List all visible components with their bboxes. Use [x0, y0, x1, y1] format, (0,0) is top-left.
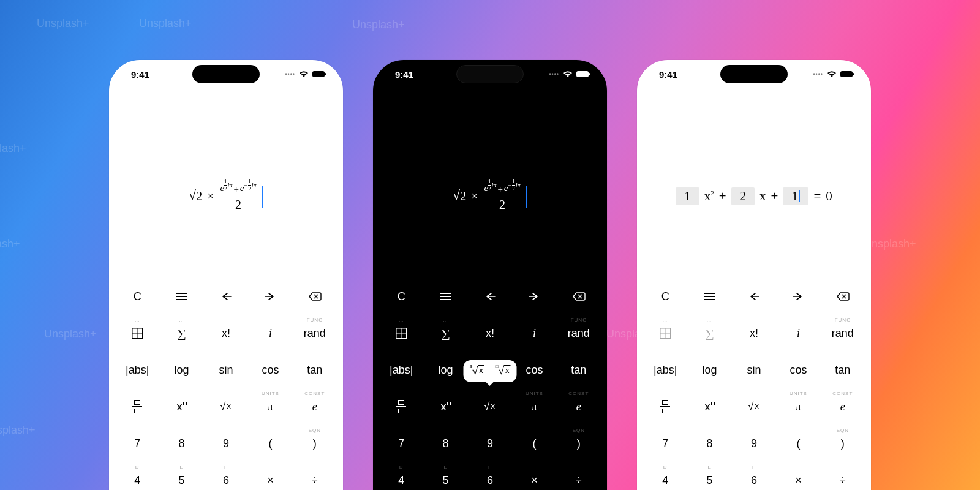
equation-display[interactable]: 1 x2 + 2 x + 1 = 0: [637, 88, 871, 266]
key-log[interactable]: …log: [687, 352, 731, 388]
key-log[interactable]: …log: [423, 352, 467, 388]
key-divide[interactable]: ÷: [821, 462, 865, 490]
key-rand[interactable]: FUNCrand: [821, 315, 865, 352]
popup-cuberoot[interactable]: 3√x: [469, 365, 484, 377]
key-clear[interactable]: C: [115, 278, 159, 315]
key-pi[interactable]: UNITSπ: [248, 388, 292, 425]
key-5[interactable]: E5: [423, 462, 467, 490]
key-pi[interactable]: UNITSπ: [512, 388, 556, 425]
keypad: C … …∑ x! i FUNCrand …|abs| …log …sin …c…: [373, 278, 607, 490]
key-rand[interactable]: FUNCrand: [293, 315, 337, 352]
key-4[interactable]: D4: [115, 462, 159, 490]
key-backspace[interactable]: [557, 278, 601, 315]
key-divide[interactable]: ÷: [293, 462, 337, 490]
key-6[interactable]: F6: [204, 462, 248, 490]
key-clear[interactable]: C: [643, 278, 687, 315]
key-matrix[interactable]: …: [115, 315, 159, 352]
key-backspace[interactable]: [821, 278, 865, 315]
key-4[interactable]: D4: [379, 462, 423, 490]
key-factorial[interactable]: x!: [204, 315, 248, 352]
key-i[interactable]: i: [776, 315, 820, 352]
key-left[interactable]: [468, 278, 512, 315]
key-8[interactable]: 8: [423, 425, 467, 462]
key-sqrt[interactable]: –√x: [204, 388, 248, 425]
key-8[interactable]: 8: [687, 425, 731, 462]
key-multiply[interactable]: ×: [776, 462, 820, 490]
coef-b-input[interactable]: 2: [731, 187, 755, 205]
key-i[interactable]: i: [248, 315, 292, 352]
expression-display[interactable]: √2 × e 12 iπ + e: [109, 88, 343, 266]
status-bar: 9:41 ••••: [637, 60, 871, 88]
key-lparen[interactable]: (: [512, 425, 556, 462]
key-lparen[interactable]: (: [248, 425, 292, 462]
key-lparen[interactable]: (: [776, 425, 820, 462]
key-log[interactable]: …log: [159, 352, 203, 388]
popup-nthroot[interactable]: □√x: [496, 365, 511, 377]
key-menu[interactable]: [423, 278, 467, 315]
key-7[interactable]: 7: [643, 425, 687, 462]
key-e[interactable]: CONSTe: [293, 388, 337, 425]
key-multiply[interactable]: ×: [248, 462, 292, 490]
key-cos[interactable]: …cos: [512, 352, 556, 388]
key-sigma[interactable]: …∑: [423, 315, 467, 352]
key-sqrt[interactable]: 3√x □√x √x: [468, 388, 512, 425]
expression-display[interactable]: √2 × e 12 iπ + e: [373, 88, 607, 266]
key-7[interactable]: 7: [115, 425, 159, 462]
key-abs[interactable]: …|abs|: [379, 352, 423, 388]
key-rparen[interactable]: EQN): [557, 425, 601, 462]
key-rparen[interactable]: EQN): [821, 425, 865, 462]
key-5[interactable]: E5: [687, 462, 731, 490]
key-9[interactable]: 9: [732, 425, 776, 462]
key-8[interactable]: 8: [159, 425, 203, 462]
key-fraction[interactable]: –: [115, 388, 159, 425]
sqrt-longpress-popup[interactable]: 3√x □√x: [463, 360, 516, 382]
key-9[interactable]: 9: [204, 425, 248, 462]
key-sin[interactable]: …sin: [732, 352, 776, 388]
key-5[interactable]: E5: [159, 462, 203, 490]
key-sigma[interactable]: …∑: [159, 315, 203, 352]
key-sqrt[interactable]: –√x: [732, 388, 776, 425]
key-matrix[interactable]: …: [379, 315, 423, 352]
key-menu[interactable]: [159, 278, 203, 315]
key-9[interactable]: 9: [468, 425, 512, 462]
key-left[interactable]: [732, 278, 776, 315]
key-rand[interactable]: FUNCrand: [557, 315, 601, 352]
key-right[interactable]: [512, 278, 556, 315]
key-6[interactable]: F6: [732, 462, 776, 490]
key-e[interactable]: CONSTe: [821, 388, 865, 425]
key-right[interactable]: [248, 278, 292, 315]
key-divide[interactable]: ÷: [557, 462, 601, 490]
key-power[interactable]: –x: [687, 388, 731, 425]
key-tan[interactable]: …tan: [821, 352, 865, 388]
key-backspace[interactable]: [293, 278, 337, 315]
key-i[interactable]: i: [512, 315, 556, 352]
key-pi[interactable]: UNITSπ: [776, 388, 820, 425]
key-7[interactable]: 7: [379, 425, 423, 462]
key-sin[interactable]: …sin: [204, 352, 248, 388]
key-abs[interactable]: …|abs|: [115, 352, 159, 388]
key-e[interactable]: CONSTe: [557, 388, 601, 425]
key-multiply[interactable]: ×: [512, 462, 556, 490]
key-tan[interactable]: …tan: [293, 352, 337, 388]
key-4[interactable]: D4: [643, 462, 687, 490]
coef-a-input[interactable]: 1: [676, 187, 699, 205]
key-right[interactable]: [776, 278, 820, 315]
key-abs[interactable]: …|abs|: [643, 352, 687, 388]
key-clear[interactable]: C: [379, 278, 423, 315]
key-menu[interactable]: [687, 278, 731, 315]
key-cos[interactable]: …cos: [248, 352, 292, 388]
key-fraction[interactable]: –: [643, 388, 687, 425]
key-tan[interactable]: …tan: [557, 352, 601, 388]
key-rparen[interactable]: EQN): [293, 425, 337, 462]
key-power[interactable]: –x: [159, 388, 203, 425]
key-factorial[interactable]: x!: [468, 315, 512, 352]
key-power[interactable]: –x: [423, 388, 467, 425]
key-factorial[interactable]: x!: [732, 315, 776, 352]
key-cos[interactable]: …cos: [776, 352, 820, 388]
key-left[interactable]: [204, 278, 248, 315]
wifi-icon: [563, 70, 573, 78]
matrix-icon: [660, 328, 671, 339]
key-fraction[interactable]: –: [379, 388, 423, 425]
coef-c-input[interactable]: 1: [783, 187, 809, 205]
key-6[interactable]: F6: [468, 462, 512, 490]
